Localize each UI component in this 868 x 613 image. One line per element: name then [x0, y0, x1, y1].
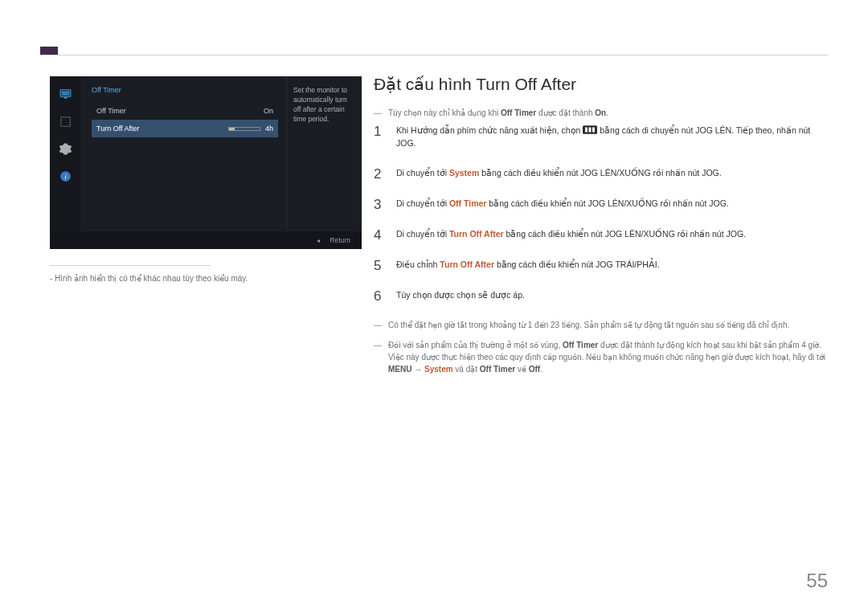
osd-menu: Off Timer Off Timer On Turn Off After 4h	[80, 76, 286, 231]
brand-stripe	[40, 47, 58, 55]
osd-sidebar: i	[50, 76, 80, 231]
note-range: Có thể đặt hẹn giờ tắt trong khoảng từ 1…	[374, 319, 828, 331]
osd-row-value: On	[264, 107, 273, 115]
header-rule	[40, 55, 828, 55]
osd-main: Off Timer Off Timer On Turn Off After 4h	[80, 76, 362, 231]
step-3: Di chuyển tới Off Timer bằng cách điều k…	[374, 197, 828, 211]
osd-row-off-timer: Off Timer On	[92, 102, 278, 120]
osd-row-turn-off-after: Turn Off After 4h	[92, 120, 278, 137]
osd-slider	[228, 127, 260, 131]
left-footnote: - Hình ảnh hiển thị có thể khác nhau tùy…	[50, 274, 365, 283]
svg-text:i: i	[64, 173, 67, 181]
monitor-icon	[53, 80, 77, 108]
square-icon	[53, 108, 77, 135]
osd-row-label: Off Timer	[96, 107, 126, 115]
osd-preview: i Off Timer Off Timer On Turn Off After	[50, 76, 362, 249]
right-column: Đặt cấu hình Turn Off After Tùy chọn này…	[374, 75, 828, 383]
gear-icon	[53, 135, 77, 162]
page-title: Đặt cấu hình Turn Off After	[374, 75, 828, 94]
osd-return-label: Return	[330, 236, 350, 244]
left-column: i Off Timer Off Timer On Turn Off After	[50, 76, 365, 283]
svg-rect-8	[589, 128, 592, 133]
step-6: Tùy chọn được chọn sẽ được áp.	[374, 288, 828, 303]
osd-row-label: Turn Off After	[96, 125, 140, 133]
step-2: Di chuyển tới System bằng cách điều khiể…	[374, 166, 828, 181]
steps-list: Khi Hướng dẫn phím chức năng xuất hiện, …	[374, 124, 828, 303]
osd-footer: ◂ Return	[50, 231, 362, 249]
info-icon: i	[53, 162, 77, 190]
availability-note: Tùy chọn này chỉ khả dụng khi Off Timer …	[374, 107, 828, 119]
svg-rect-7	[585, 128, 588, 133]
back-triangle-icon: ◂	[317, 237, 320, 244]
step-4: Di chuyển tới Turn Off After bằng cách đ…	[374, 227, 828, 242]
footer-notes: Có thể đặt hẹn giờ tắt trong khoảng từ 1…	[374, 319, 828, 375]
page: i Off Timer Off Timer On Turn Off After	[0, 0, 868, 613]
step-5: Điều chỉnh Turn Off After bằng cách điều…	[374, 258, 828, 272]
osd-menu-title: Off Timer	[92, 86, 278, 94]
osd-row-value: 4h	[265, 125, 273, 133]
left-footnote-text: Hình ảnh hiển thị có thể khác nhau tùy t…	[55, 274, 248, 283]
menu-inline-icon	[583, 125, 597, 133]
svg-rect-3	[60, 116, 69, 125]
osd-description: Set the monitor to automatically turn of…	[286, 76, 362, 231]
left-divider	[50, 265, 211, 266]
step-1: Khi Hướng dẫn phím chức năng xuất hiện, …	[374, 124, 828, 150]
svg-rect-2	[63, 97, 67, 98]
osd-body: i Off Timer Off Timer On Turn Off After	[50, 76, 362, 231]
page-number: 55	[806, 570, 828, 592]
svg-rect-1	[61, 91, 69, 96]
note-regulation: Đối với sản phẩm của thị trường ở một số…	[374, 339, 828, 375]
osd-row-right: 4h	[223, 125, 273, 133]
svg-rect-9	[592, 128, 595, 133]
